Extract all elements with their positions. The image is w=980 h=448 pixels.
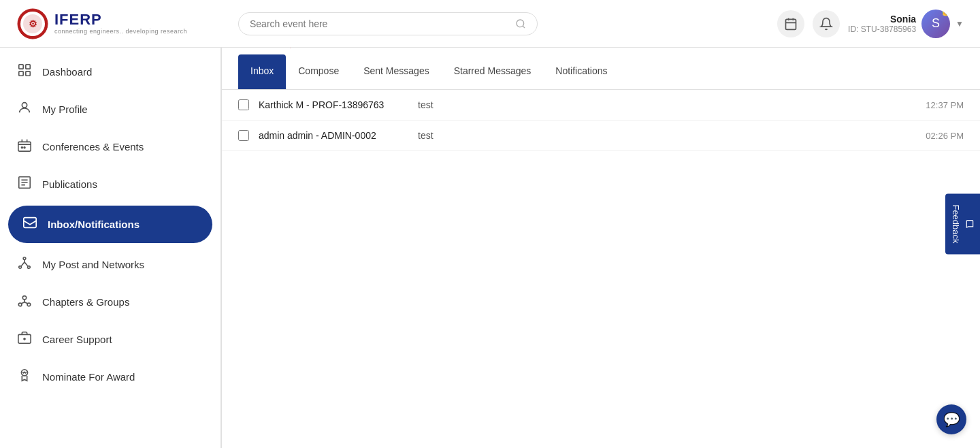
message-subject-1: test [418, 99, 916, 110]
svg-point-4 [517, 20, 524, 27]
sidebar-item-my-profile[interactable]: My Profile [0, 91, 220, 128]
logo-icon: ⚙ [16, 7, 49, 40]
chapters-icon [16, 293, 33, 311]
chat-button[interactable]: 💬 [936, 404, 966, 434]
chevron-down-icon: ▼ [956, 19, 964, 29]
calendar-icon [784, 17, 798, 31]
search-icon [515, 18, 526, 29]
sidebar-item-inbox-label: Inbox/Notifications [48, 219, 140, 230]
message-list: Karthick M - PROF-13896763 test 12:37 PM… [222, 90, 980, 151]
sidebar-item-nominate-label: Nominate For Award [42, 371, 135, 383]
svg-rect-8 [19, 71, 23, 76]
header: ⚙ IFERP connecting engineers.. developin… [0, 0, 980, 48]
logo-main-text: IFERP [54, 12, 187, 28]
svg-rect-5 [786, 19, 796, 29]
network-icon [16, 255, 33, 274]
sidebar-item-nominate[interactable]: Nominate For Award [0, 358, 220, 396]
svg-rect-7 [26, 65, 30, 69]
sidebar-item-dashboard[interactable]: Dashboard [0, 53, 220, 91]
sidebar-item-chapters-label: Chapters & Groups [42, 296, 129, 308]
svg-point-13 [24, 147, 25, 148]
sidebar-item-chapters[interactable]: Chapters & Groups [0, 283, 220, 321]
tabs-bar: Inbox Compose Sent Messages Starred Mess… [222, 54, 980, 90]
svg-rect-15 [24, 218, 36, 228]
avatar: S 👑 [921, 10, 950, 38]
bell-icon [819, 17, 833, 31]
message-time-1: 12:37 PM [926, 100, 964, 110]
publications-icon [16, 175, 33, 193]
tab-notifications[interactable]: Notifications [543, 54, 619, 89]
notification-button[interactable] [813, 10, 840, 37]
logo: ⚙ IFERP connecting engineers.. developin… [16, 7, 187, 40]
message-checkbox-1[interactable] [238, 99, 249, 110]
table-row[interactable]: admin admin - ADMIN-0002 test 02:26 PM [222, 121, 980, 151]
sidebar-item-conferences-label: Conferences & Events [42, 141, 144, 153]
inbox-icon [22, 215, 38, 234]
tabs-wrapper: Inbox Compose Sent Messages Starred Mess… [222, 48, 980, 90]
search-input[interactable] [250, 18, 510, 29]
svg-rect-6 [19, 65, 23, 69]
logo-sub-text: connecting engineers.. developing resear… [54, 29, 187, 35]
sidebar-item-dashboard-label: Dashboard [42, 66, 92, 78]
chat-icon: 💬 [943, 411, 960, 428]
sidebar-item-career[interactable]: Career Support [0, 321, 220, 358]
crown-icon: 👑 [941, 10, 950, 16]
svg-point-16 [23, 257, 26, 260]
content-area: Inbox Compose Sent Messages Starred Mess… [222, 48, 980, 448]
svg-point-17 [19, 266, 22, 269]
logo-text: IFERP connecting engineers.. developing … [54, 12, 187, 35]
sidebar-item-my-post-label: My Post and Networks [42, 259, 144, 270]
award-icon [16, 368, 33, 386]
svg-point-18 [28, 266, 31, 269]
tab-compose[interactable]: Compose [286, 54, 351, 89]
svg-point-12 [21, 147, 22, 148]
message-subject-2: test [418, 130, 916, 141]
person-icon [16, 100, 33, 118]
logo-area: ⚙ IFERP connecting engineers.. developin… [16, 7, 227, 40]
calendar-button[interactable] [777, 10, 804, 37]
events-icon [16, 138, 33, 156]
sidebar-item-inbox[interactable]: Inbox/Notifications [8, 206, 212, 243]
svg-point-10 [22, 103, 27, 108]
feedback-label: Feedback [951, 204, 961, 243]
user-name: Sonia [848, 14, 916, 25]
message-time-2: 02:26 PM [926, 131, 964, 141]
user-id: ID: STU-38785963 [848, 25, 916, 34]
tab-sent[interactable]: Sent Messages [351, 54, 442, 89]
career-icon [16, 330, 33, 349]
feedback-icon [965, 219, 975, 229]
message-sender-2: admin admin - ADMIN-0002 [259, 130, 408, 141]
table-row[interactable]: Karthick M - PROF-13896763 test 12:37 PM [222, 90, 980, 121]
sidebar-item-publications[interactable]: Publications [0, 165, 220, 203]
sidebar-item-conferences[interactable]: Conferences & Events [0, 128, 220, 165]
sidebar-item-career-label: Career Support [42, 334, 112, 345]
tab-inbox[interactable]: Inbox [238, 54, 286, 89]
search-bar[interactable] [238, 12, 538, 35]
dashboard-icon [16, 63, 33, 81]
main-layout: Dashboard My Profile Conferences & Event… [0, 48, 980, 448]
message-sender-1: Karthick M - PROF-13896763 [259, 99, 408, 110]
message-checkbox-2[interactable] [238, 130, 249, 141]
header-actions: Sonia ID: STU-38785963 S 👑 ▼ [777, 10, 964, 38]
feedback-tab[interactable]: Feedback [945, 193, 980, 254]
user-details: Sonia ID: STU-38785963 [848, 14, 916, 34]
tab-starred[interactable]: Starred Messages [442, 54, 544, 89]
user-info[interactable]: Sonia ID: STU-38785963 S 👑 ▼ [848, 10, 964, 38]
svg-rect-9 [26, 71, 30, 76]
sidebar: Dashboard My Profile Conferences & Event… [0, 48, 221, 448]
sidebar-item-my-profile-label: My Profile [42, 103, 88, 115]
svg-point-19 [22, 296, 27, 300]
sidebar-item-my-post[interactable]: My Post and Networks [0, 246, 220, 283]
svg-text:⚙: ⚙ [29, 18, 37, 29]
sidebar-item-publications-label: Publications [42, 178, 97, 190]
